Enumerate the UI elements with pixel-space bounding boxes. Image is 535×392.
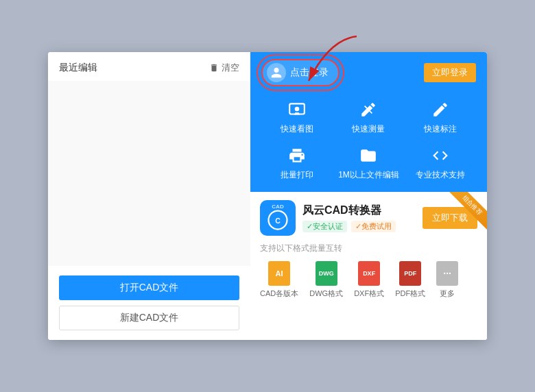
feature-view[interactable]: 快速看图 [261, 96, 333, 138]
ad-logo: CAD C [260, 200, 296, 236]
print-icon [286, 145, 308, 167]
format-icon-more: ··· [436, 261, 458, 286]
login-button[interactable]: 点击登录 [261, 59, 340, 86]
feature-support[interactable]: 专业技术支持 [405, 142, 476, 184]
support-icon [429, 145, 451, 167]
right-panel: 点击登录 立即登录 快速看图 [250, 52, 487, 340]
ad-logo-text: CAD C [268, 204, 288, 233]
badge-free: ✓免费试用 [351, 221, 396, 232]
features-grid: 快速看图 快速测量 快速标注 [261, 96, 476, 184]
feature-label-annotate: 快速标注 [424, 123, 457, 135]
left-footer: 打开CAD文件 新建CAD文件 [48, 266, 250, 340]
avatar-icon [267, 63, 286, 82]
format-label-more: 更多 [440, 289, 455, 299]
format-label-ai: CAD各版本 [260, 289, 298, 299]
folder-icon [357, 145, 379, 167]
annotate-icon [429, 99, 451, 121]
format-label-dwg: DWG格式 [309, 289, 343, 299]
ad-logo-icon: C [268, 210, 288, 230]
svg-point-2 [295, 107, 300, 112]
clear-button[interactable]: 清空 [209, 62, 239, 74]
feature-folder[interactable]: 1M以上文件编辑 [333, 142, 404, 184]
feature-label-measure: 快速测量 [352, 123, 385, 135]
format-label-dxf: DXF格式 [354, 289, 384, 299]
feature-label-folder: 1M以上文件编辑 [338, 169, 399, 181]
view-icon [286, 99, 308, 121]
format-dwg[interactable]: DWG DWG格式 [309, 261, 343, 299]
clear-label: 清空 [222, 62, 239, 74]
format-icon-dxf: DXF [358, 261, 380, 286]
format-more[interactable]: ··· 更多 [436, 261, 458, 299]
login-now-button[interactable]: 立即登录 [424, 63, 476, 82]
recent-files-area [48, 81, 250, 266]
format-label-pdf: PDF格式 [395, 289, 425, 299]
ad-title: 风云CAD转换器 [302, 204, 416, 218]
format-ai[interactable]: AI CAD各版本 [260, 261, 298, 299]
recent-edit-title: 最近编辑 [59, 62, 97, 74]
format-icon-ai: AI [268, 261, 290, 286]
feature-label-print: 批量打印 [281, 169, 313, 181]
feature-print[interactable]: 批量打印 [261, 142, 333, 184]
right-top-blue: 点击登录 立即登录 快速看图 [250, 52, 487, 192]
clear-icon [209, 63, 219, 73]
login-row: 点击登录 立即登录 [261, 59, 476, 86]
feature-label-support: 专业技术支持 [416, 169, 465, 181]
format-row: AI CAD各版本 DWG DWG格式 DXF DXF格式 PDF PDF格式 [260, 261, 477, 299]
ad-sub-text: 支持以下格式批量互转 [260, 243, 477, 254]
svg-text:C: C [275, 217, 281, 225]
feature-label-view: 快速看图 [281, 123, 313, 135]
ad-info: 风云CAD转换器 ✓安全认证 ✓免费试用 [302, 204, 416, 232]
format-pdf[interactable]: PDF PDF格式 [395, 261, 425, 299]
login-text: 点击登录 [290, 66, 329, 79]
new-cad-button[interactable]: 新建CAD文件 [59, 306, 239, 330]
ad-section: 组合推荐 CAD C 风云CAD转换器 [250, 192, 487, 340]
left-panel: 最近编辑 清空 打开CAD文件 新建CAD文件 [48, 52, 250, 340]
main-window: 最近编辑 清空 打开CAD文件 新建CAD文件 [48, 52, 487, 340]
measure-icon [357, 99, 379, 121]
feature-measure[interactable]: 快速测量 [333, 96, 404, 138]
format-icon-dwg: DWG [316, 261, 337, 286]
corner-banner: 组合推荐 [443, 192, 487, 236]
feature-annotate[interactable]: 快速标注 [405, 96, 476, 138]
corner-banner-label: 组合推荐 [446, 192, 487, 231]
ad-badges: ✓安全认证 ✓免费试用 [302, 221, 416, 232]
format-dxf[interactable]: DXF DXF格式 [354, 261, 384, 299]
open-cad-button[interactable]: 打开CAD文件 [59, 275, 239, 300]
login-button-wrap[interactable]: 点击登录 [261, 59, 340, 86]
left-header: 最近编辑 清空 [48, 52, 250, 81]
badge-security: ✓安全认证 [302, 221, 347, 232]
format-icon-pdf: PDF [399, 261, 421, 286]
